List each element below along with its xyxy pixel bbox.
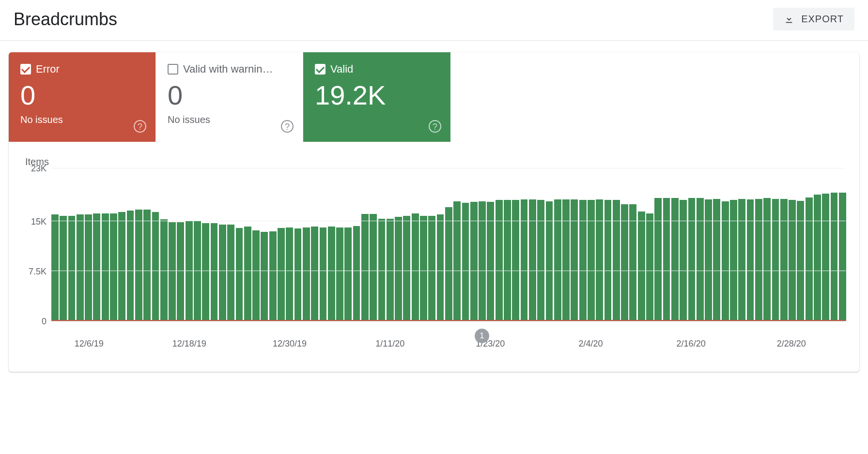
bar — [412, 213, 419, 321]
bar — [269, 231, 277, 321]
status-card-subtext: No issues — [168, 114, 291, 125]
status-card-value: 19.2K — [315, 80, 439, 110]
bar — [403, 216, 410, 320]
x-tick-label: 2/16/20 — [677, 339, 706, 349]
annotation-marker[interactable]: 1 — [475, 329, 489, 343]
bar — [177, 222, 184, 321]
page-header: Breadcrumbs EXPORT — [0, 0, 868, 41]
bar — [378, 219, 386, 321]
bar — [395, 217, 402, 321]
status-card-label: Valid — [330, 63, 353, 76]
plot: 07.5K15K23K 1 — [22, 168, 846, 321]
status-card-value: 0 — [168, 80, 291, 110]
page-title: Breadcrumbs — [14, 9, 117, 30]
bar — [579, 200, 587, 320]
bar — [127, 211, 134, 320]
y-tick-label: 23K — [31, 163, 46, 173]
checkbox-empty-icon — [168, 64, 178, 75]
bar — [722, 201, 729, 321]
help-icon[interactable]: ? — [280, 120, 294, 133]
bar — [747, 199, 754, 321]
bar — [311, 227, 318, 320]
bar — [537, 200, 544, 320]
bar — [370, 214, 377, 321]
bar — [286, 227, 293, 321]
bar — [118, 212, 125, 321]
bar — [621, 204, 628, 321]
y-tick-label: 15K — [31, 216, 46, 227]
bar — [85, 214, 92, 320]
bar — [504, 200, 511, 320]
x-axis: 12/6/1912/18/1912/30/191/11/201/23/202/4… — [51, 339, 846, 352]
bar — [512, 200, 519, 320]
bar — [521, 199, 528, 321]
x-tick-label: 2/28/20 — [777, 339, 806, 349]
bar — [236, 228, 243, 321]
bar — [797, 201, 804, 321]
report-panel: Error 0 No issues ? Valid with warnin… 0… — [9, 52, 859, 372]
status-card-error[interactable]: Error 0 No issues ? — [9, 52, 156, 142]
bar — [470, 202, 478, 320]
bar — [437, 214, 444, 320]
bar — [219, 225, 226, 321]
bar — [453, 201, 461, 321]
bar — [77, 214, 84, 320]
bar — [604, 200, 612, 320]
bar — [160, 219, 168, 321]
x-tick-label: 12/6/19 — [75, 339, 104, 349]
bar — [571, 199, 578, 321]
bar — [135, 210, 142, 321]
x-tick-label: 2/4/20 — [578, 339, 603, 349]
bar — [814, 195, 821, 320]
y-tick-label: 0 — [42, 316, 46, 326]
svg-text:?: ? — [285, 122, 290, 132]
svg-text:?: ? — [433, 122, 437, 132]
bar — [588, 200, 595, 320]
bar — [344, 227, 352, 321]
bar — [252, 230, 260, 320]
download-icon — [784, 14, 794, 25]
bar — [705, 199, 712, 321]
y-axis-title: Items — [25, 156, 846, 167]
bar — [680, 200, 687, 320]
checkbox-checked-icon — [20, 64, 31, 75]
export-button-label: EXPORT — [801, 14, 844, 25]
bar — [68, 216, 76, 320]
status-card-valid[interactable]: Valid 19.2K ? — [303, 52, 450, 142]
status-card-warning[interactable]: Valid with warnin… 0 No issues ? — [156, 52, 303, 142]
help-icon[interactable]: ? — [428, 120, 442, 133]
bar — [671, 198, 679, 320]
help-icon[interactable]: ? — [133, 120, 147, 133]
bar — [361, 214, 369, 321]
bar — [227, 225, 234, 321]
bar — [806, 197, 813, 321]
bar — [244, 227, 251, 320]
gridline — [51, 168, 846, 168]
bar — [822, 194, 829, 321]
content: Error 0 No issues ? Valid with warnin… 0… — [0, 41, 868, 383]
export-button[interactable]: EXPORT — [773, 8, 854, 30]
x-tick-label: 12/30/19 — [273, 339, 307, 349]
bar — [730, 200, 737, 320]
checkbox-checked-icon — [315, 64, 326, 75]
bar — [562, 199, 570, 321]
status-card-subtext: No issues — [20, 114, 144, 125]
plot-area: 1 — [51, 168, 846, 321]
bar — [152, 212, 159, 321]
bar — [554, 199, 561, 321]
gridline — [51, 221, 846, 221]
bar — [654, 198, 662, 320]
bar — [697, 198, 704, 320]
bar — [738, 199, 745, 321]
svg-text:?: ? — [138, 122, 142, 132]
bar — [202, 223, 209, 320]
bar — [387, 219, 394, 321]
status-card-label: Valid with warnin… — [183, 63, 273, 76]
bar — [789, 200, 796, 320]
bar — [763, 198, 771, 320]
bar — [780, 199, 788, 321]
x-tick-label: 1/11/20 — [375, 339, 404, 349]
bar — [211, 223, 218, 320]
bar — [143, 210, 151, 321]
bar — [110, 213, 117, 321]
